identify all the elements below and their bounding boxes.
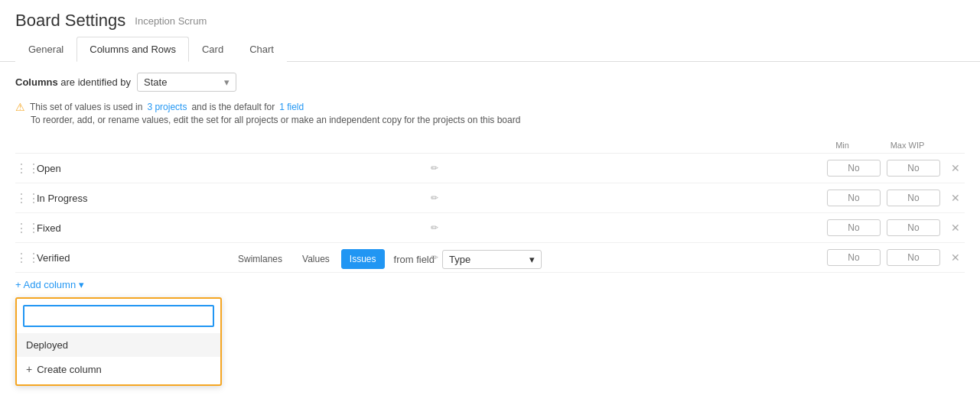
tab-general[interactable]: General [15,37,77,62]
content-area: Columns are identified by State ▾ ⚠ This… [0,62,980,328]
column-name-open: Open [37,163,426,174]
min-input-open[interactable] [827,160,881,177]
dropdown-create-column[interactable]: + Create column [17,357,220,381]
remove-button-fixed[interactable]: ✕ [946,220,965,235]
drag-handle-icon[interactable]: ⋮⋮ [15,221,31,235]
warning-text-before: This set of values is used in [30,102,142,112]
column-name-fixed: Fixed [37,222,426,234]
warning-box: ⚠ This set of values is used in 3 projec… [15,101,965,125]
maxwip-input-verified[interactable] [887,249,940,266]
add-column-button[interactable]: + Add column ▾ [15,273,84,296]
header-maxwip: Max WIP [873,141,942,150]
page-title: Board Settings [15,11,125,31]
plus-icon: + [26,363,32,375]
columns-label: Columns are identified by [15,76,131,88]
header-labels: Min Max WIP [812,141,965,150]
min-input-verified[interactable] [827,249,881,266]
tab-chart[interactable]: Chart [236,37,287,62]
dropdown-search-input[interactable] [23,305,214,327]
tab-card[interactable]: Card [189,37,236,62]
remove-button-open[interactable]: ✕ [946,160,965,176]
column-rows-container: ⋮⋮ Open ✏ ✕ ⋮⋮ In Progress ✏ ✕ ⋮⋮ Fixed … [15,154,965,273]
min-input-inprogress[interactable] [827,190,881,206]
column-name-inprogress: In Progress [37,193,426,204]
page-header: Board Settings Inception Scrum [0,0,980,37]
remove-button-verified[interactable]: ✕ [946,250,965,265]
header-min: Min [812,141,873,150]
add-column-label: + Add column [15,279,76,290]
add-column-wrapper: + Add column ▾ Deployed + Create column [15,273,84,296]
maxwip-input-open[interactable] [887,160,940,177]
warning-line-2: To reorder, add, or rename values, edit … [15,115,965,125]
warning-line-1: ⚠ This set of values is used in 3 projec… [15,101,965,113]
edit-icon[interactable]: ✏ [431,222,438,233]
tabs-bar: General Columns and Rows Card Chart [0,37,980,62]
remove-button-inprogress[interactable]: ✕ [946,190,965,206]
warning-text-mid: and is the default for [191,102,275,112]
table-row: ⋮⋮ In Progress ✏ ✕ [15,183,965,213]
edit-icon[interactable]: ✏ [431,193,438,203]
state-dropdown-value: State [144,76,167,88]
column-name-verified: Verified [37,252,426,264]
table-row: ⋮⋮ Open ✏ ✕ [15,154,965,183]
maxwip-input-fixed[interactable] [887,219,940,236]
create-column-label: Create column [37,364,102,375]
drag-handle-icon[interactable]: ⋮⋮ [15,161,31,176]
edit-icon[interactable]: ✏ [431,163,438,173]
min-input-fixed[interactable] [827,219,881,236]
warning-link-field[interactable]: 1 field [279,102,304,112]
table-row: ⋮⋮ Fixed ✏ ✕ [15,213,965,243]
add-column-dropdown: Deployed + Create column [15,297,222,386]
drag-handle-icon[interactable]: ⋮⋮ [15,251,31,265]
state-dropdown[interactable]: State ▾ [137,73,236,92]
warning-link-projects[interactable]: 3 projects [147,102,187,112]
edit-icon[interactable]: ✏ [431,252,438,263]
drag-handle-icon[interactable]: ⋮⋮ [15,191,31,206]
maxwip-input-inprogress[interactable] [887,190,940,206]
tab-columns-rows[interactable]: Columns and Rows [77,37,189,62]
warning-icon: ⚠ [15,101,25,113]
chevron-down-icon: ▾ [224,76,230,88]
add-column-chevron-icon: ▾ [79,279,84,290]
board-subtitle: Inception Scrum [135,15,207,27]
columns-identified-row: Columns are identified by State ▾ [15,73,965,92]
col-table-header: Min Max WIP [15,138,965,154]
dropdown-item-deployed[interactable]: Deployed [17,333,220,357]
table-row: ⋮⋮ Verified ✏ ✕ [15,243,965,273]
